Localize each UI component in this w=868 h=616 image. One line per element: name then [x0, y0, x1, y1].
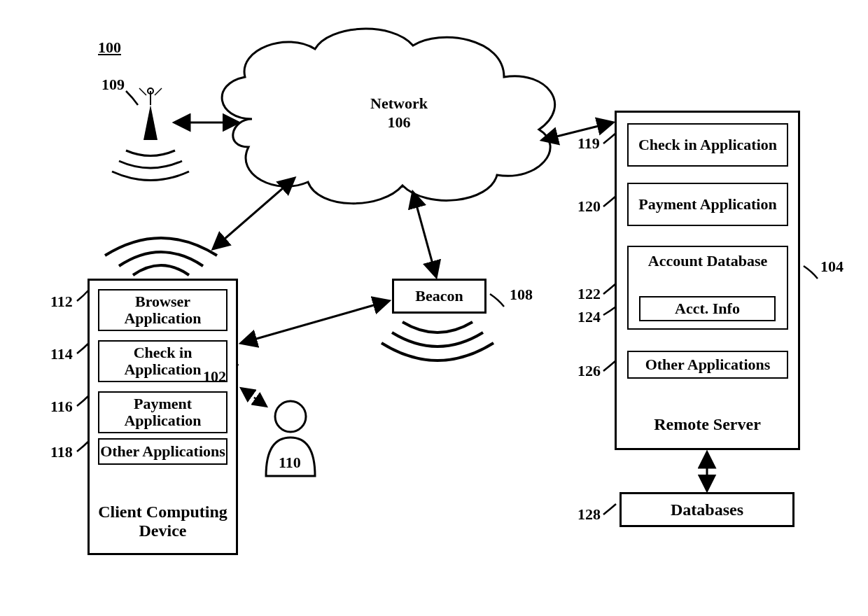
arrow-client-cloud	[214, 178, 294, 248]
client-title: Client Computing Device	[90, 503, 236, 540]
client-item-ref-112: 112	[50, 293, 73, 311]
server-item-ref-122: 122	[578, 285, 601, 303]
beacon-ref: 108	[510, 286, 533, 304]
acct-info-box: Acct. Info	[639, 296, 776, 321]
client-block: Browser Application Check in Application…	[88, 279, 238, 555]
network-name: Network	[357, 94, 441, 113]
server-item-other: Other Applications	[627, 351, 788, 379]
antenna-icon	[112, 88, 189, 181]
arrow-beacon-cloud	[413, 192, 436, 276]
client-item-ref-114: 114	[50, 345, 73, 363]
server-item-accountdb: Account Database Acct. Info	[627, 246, 788, 330]
arrow-user-client	[241, 388, 266, 406]
client-item-browser: Browser Application	[98, 289, 227, 331]
server-title: Remote Server	[617, 415, 798, 434]
arrow-client-beacon	[241, 301, 388, 343]
databases-box: Databases	[620, 492, 794, 527]
server-block: Check in Application Payment Application…	[615, 111, 800, 450]
client-item-ref-118: 118	[50, 443, 73, 461]
server-item-ref-120: 120	[578, 197, 601, 216]
accountdb-label: Account Database	[629, 253, 787, 270]
client-wifi-icon	[105, 238, 217, 275]
server-item-ref-126: 126	[578, 362, 601, 380]
databases-ref: 128	[578, 505, 601, 524]
server-item-ref-119: 119	[578, 134, 600, 153]
client-item-other: Other Applications	[98, 438, 227, 465]
svg-line-2	[139, 88, 146, 95]
beacon-box: Beacon	[392, 279, 486, 314]
server-item-checkin: Check in Application	[627, 123, 788, 167]
user-ref: 110	[279, 454, 301, 472]
beacon-wifi-icon	[382, 322, 493, 360]
svg-point-4	[275, 401, 306, 432]
server-item-ref-124: 124	[578, 308, 601, 326]
antenna-ref: 109	[102, 76, 125, 94]
server-item-payment: Payment Application	[627, 183, 788, 226]
server-ref: 104	[820, 258, 844, 276]
client-ref: 102	[203, 368, 226, 386]
client-item-ref-116: 116	[50, 398, 73, 416]
svg-line-3	[155, 88, 162, 95]
network-ref: 106	[357, 113, 441, 132]
client-item-payment: Payment Application	[98, 391, 227, 433]
